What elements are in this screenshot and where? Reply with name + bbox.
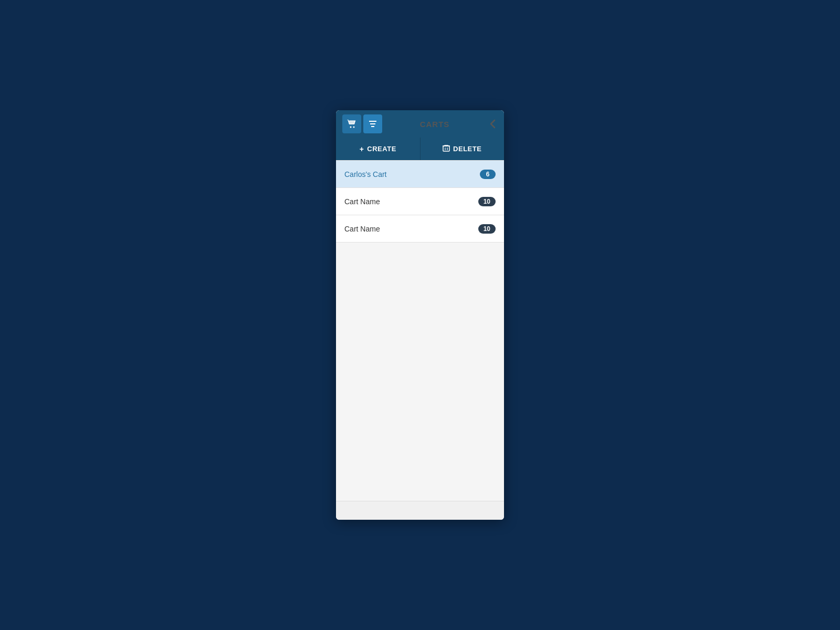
- cart-item-badge-1: 6: [480, 170, 496, 179]
- create-button[interactable]: + CREATE: [336, 138, 421, 160]
- cart-item-name-3: Cart Name: [344, 225, 380, 233]
- header-icon-group: [342, 114, 382, 133]
- create-label: CREATE: [367, 145, 396, 153]
- carts-panel: CARTS + CREATE DELETE: [336, 110, 504, 520]
- delete-label: DELETE: [453, 145, 481, 153]
- plus-icon: +: [360, 145, 364, 153]
- cart-item-name-2: Cart Name: [344, 197, 380, 206]
- action-toolbar: + CREATE DELETE: [336, 138, 504, 161]
- cart-item-1[interactable]: Carlos's Cart 6: [336, 161, 504, 188]
- svg-point-0: [350, 127, 352, 128]
- svg-point-1: [353, 127, 355, 128]
- trash-icon: [443, 144, 450, 154]
- panel-title: CARTS: [420, 120, 450, 129]
- cart-item-2[interactable]: Cart Name 10: [336, 188, 504, 215]
- cart-icon-button[interactable]: [342, 114, 361, 133]
- cart-item-name-1: Carlos's Cart: [344, 170, 386, 178]
- delete-button[interactable]: DELETE: [421, 138, 505, 160]
- svg-rect-5: [443, 146, 449, 151]
- cart-item-3[interactable]: Cart Name 10: [336, 215, 504, 243]
- panel-footer: [336, 501, 504, 520]
- filter-icon-button[interactable]: [363, 114, 382, 133]
- cart-item-badge-2: 10: [478, 197, 496, 206]
- back-button[interactable]: [487, 117, 498, 131]
- panel-header: CARTS: [336, 110, 504, 138]
- cart-list: Carlos's Cart 6 Cart Name 10 Cart Name 1…: [336, 161, 504, 501]
- cart-item-badge-3: 10: [478, 224, 496, 234]
